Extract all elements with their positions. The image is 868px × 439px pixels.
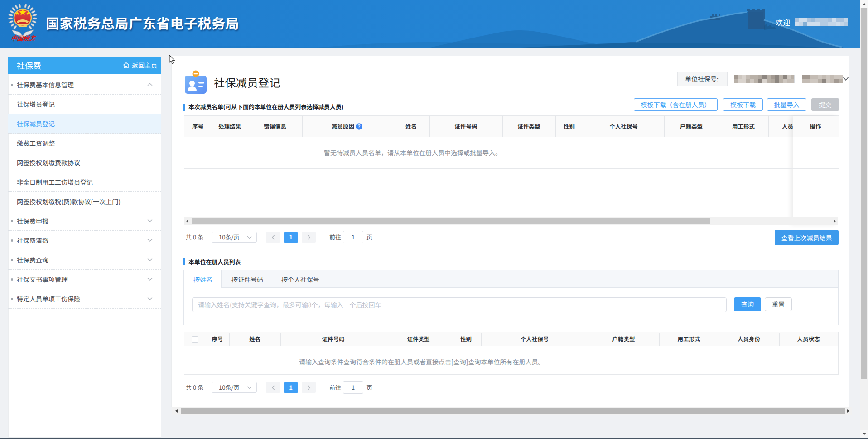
svg-text:?: ? xyxy=(357,124,360,129)
